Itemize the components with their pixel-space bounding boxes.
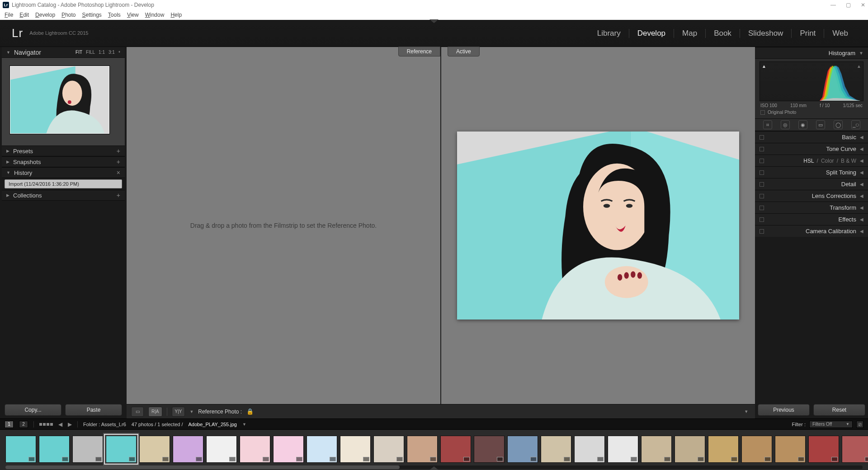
- filmstrip-thumb[interactable]: [173, 436, 203, 463]
- panel-switch-icon[interactable]: [760, 159, 764, 163]
- module-slideshow[interactable]: Slideshow: [740, 29, 792, 38]
- spot-removal-tool-icon[interactable]: ◎: [781, 120, 790, 129]
- panel-switch-icon[interactable]: [760, 135, 764, 140]
- camera-calibration-panel-header[interactable]: Camera Calibration ◀: [755, 225, 868, 237]
- panel-switch-icon[interactable]: [760, 170, 764, 175]
- zoom-menu-icon[interactable]: ♦: [118, 50, 120, 55]
- transform-panel-header[interactable]: Transform ◀: [755, 202, 868, 213]
- primary-display-button[interactable]: 1: [5, 421, 14, 428]
- folder-path[interactable]: Folder : Assets_Lr6: [83, 422, 126, 427]
- panel-switch-icon[interactable]: [760, 147, 764, 151]
- clear-history-icon[interactable]: ×: [117, 169, 120, 176]
- module-web[interactable]: Web: [824, 29, 856, 38]
- menu-window[interactable]: Window: [145, 12, 165, 18]
- menu-view[interactable]: View: [127, 12, 139, 18]
- soft-proof-toggle-icon[interactable]: ▾: [742, 409, 750, 414]
- filmstrip-thumb[interactable]: [340, 436, 371, 463]
- tone-curve-panel-header[interactable]: Tone Curve ◀: [755, 143, 868, 155]
- filmstrip-thumb[interactable]: [574, 436, 605, 463]
- add-preset-icon[interactable]: +: [117, 147, 120, 155]
- next-photo-icon[interactable]: ▶: [68, 421, 72, 428]
- filmstrip-thumb[interactable]: [72, 436, 103, 463]
- snapshots-panel-header[interactable]: ▶ Snapshots +: [2, 156, 125, 167]
- filmstrip[interactable]: [0, 429, 868, 470]
- adjustment-brush-tool-icon[interactable]: ⎯◯: [851, 120, 860, 129]
- add-collection-icon[interactable]: +: [117, 192, 120, 199]
- reference-active-view-button[interactable]: R|A: [148, 407, 162, 417]
- module-library[interactable]: Library: [589, 29, 629, 38]
- hsl-panel-header[interactable]: HSL/ Color/ B & W ◀: [755, 155, 868, 166]
- filmstrip-thumb[interactable]: [5, 436, 36, 463]
- menu-edit[interactable]: Edit: [19, 12, 29, 18]
- filmstrip-thumb[interactable]: [842, 436, 868, 463]
- collections-panel-header[interactable]: ▶ Collections +: [2, 190, 125, 201]
- add-snapshot-icon[interactable]: +: [117, 158, 120, 165]
- before-after-view-button[interactable]: Y|Y: [172, 407, 185, 417]
- color-tab[interactable]: Color: [821, 158, 834, 164]
- menu-settings[interactable]: Settings: [82, 12, 101, 18]
- history-item[interactable]: Import (11/24/2016 1:36:20 PM): [5, 179, 122, 188]
- crop-tool-icon[interactable]: ⌗: [763, 120, 772, 129]
- effects-panel-header[interactable]: Effects ◀: [755, 213, 868, 225]
- filmstrip-thumb[interactable]: [440, 436, 471, 463]
- filmstrip-thumb[interactable]: [139, 436, 170, 463]
- redeye-tool-icon[interactable]: ◉: [798, 120, 807, 129]
- loupe-view-button[interactable]: ▭: [131, 407, 144, 417]
- active-view[interactable]: Active: [441, 47, 755, 404]
- filmstrip-thumb[interactable]: [240, 436, 270, 463]
- zoom-fill[interactable]: FILL: [86, 50, 95, 55]
- filmstrip-thumb[interactable]: [608, 436, 638, 463]
- prev-photo-icon[interactable]: ◀: [58, 421, 62, 428]
- copy-button[interactable]: Copy...: [5, 404, 61, 416]
- radial-filter-tool-icon[interactable]: ◯: [834, 120, 843, 129]
- basic-panel-header[interactable]: Basic ◀: [755, 131, 868, 143]
- shadow-clip-icon[interactable]: ▲: [762, 64, 766, 69]
- previous-button[interactable]: Previous: [758, 404, 810, 416]
- selected-filename[interactable]: Adobe_PLAY_255.jpg: [189, 422, 237, 427]
- filmstrip-thumb[interactable]: [641, 436, 672, 463]
- zoom-fit[interactable]: FIT: [75, 50, 82, 55]
- filmstrip-thumb[interactable]: [808, 436, 839, 463]
- window-maximize-button[interactable]: ▢: [846, 2, 851, 8]
- window-minimize-button[interactable]: —: [830, 2, 836, 8]
- menu-photo[interactable]: Photo: [61, 12, 75, 18]
- filmstrip-thumb[interactable]: [307, 436, 337, 463]
- hsl-tab[interactable]: HSL: [803, 158, 814, 164]
- graduated-filter-tool-icon[interactable]: ▭: [816, 120, 825, 129]
- menu-tools[interactable]: Tools: [108, 12, 121, 18]
- menu-develop[interactable]: Develop: [35, 12, 55, 18]
- filmstrip-thumb[interactable]: [708, 436, 739, 463]
- menu-help[interactable]: Help: [170, 12, 182, 18]
- paste-button[interactable]: Paste: [65, 404, 122, 416]
- presets-panel-header[interactable]: ▶ Presets +: [2, 146, 125, 156]
- filter-dropdown[interactable]: Filters Off▼: [809, 421, 853, 428]
- filmstrip-thumb[interactable]: [373, 436, 404, 463]
- panel-switch-icon[interactable]: [760, 217, 764, 222]
- module-develop[interactable]: Develop: [629, 29, 674, 38]
- panel-switch-icon[interactable]: [760, 229, 764, 234]
- navigator-preview[interactable]: [2, 58, 125, 146]
- grid-view-icon[interactable]: [39, 423, 53, 426]
- lock-icon[interactable]: 🔒: [246, 408, 254, 415]
- original-photo-checkbox[interactable]: [760, 110, 765, 115]
- reset-button[interactable]: Reset: [813, 404, 865, 416]
- filename-menu-icon[interactable]: ▼: [242, 422, 246, 427]
- filmstrip-thumb[interactable]: [474, 436, 505, 463]
- toolbar-menu-icon[interactable]: ▼: [189, 409, 193, 414]
- history-panel-header[interactable]: ▼ History ×: [2, 167, 125, 178]
- histogram-graph[interactable]: ▲ ▲: [760, 61, 863, 101]
- bw-tab[interactable]: B & W: [841, 158, 856, 164]
- filmstrip-thumb[interactable]: [741, 436, 772, 463]
- secondary-display-button[interactable]: 2: [19, 421, 28, 428]
- filmstrip-thumb[interactable]: [541, 436, 571, 463]
- reference-view[interactable]: Reference Drag & drop a photo from the F…: [127, 47, 440, 404]
- navigator-header[interactable]: ▼ Navigator FIT FILL 1:1 3:1 ♦: [2, 47, 125, 58]
- menu-file[interactable]: File: [5, 12, 13, 18]
- filter-lock-icon[interactable]: ⎚: [856, 421, 863, 428]
- bottom-panel-toggle-icon[interactable]: [429, 466, 439, 470]
- filmstrip-thumb[interactable]: [273, 436, 304, 463]
- filmstrip-thumb[interactable]: [507, 436, 538, 463]
- detail-panel-header[interactable]: Detail ◀: [755, 178, 868, 190]
- zoom-3-1[interactable]: 3:1: [108, 50, 115, 55]
- panel-switch-icon[interactable]: [760, 194, 764, 198]
